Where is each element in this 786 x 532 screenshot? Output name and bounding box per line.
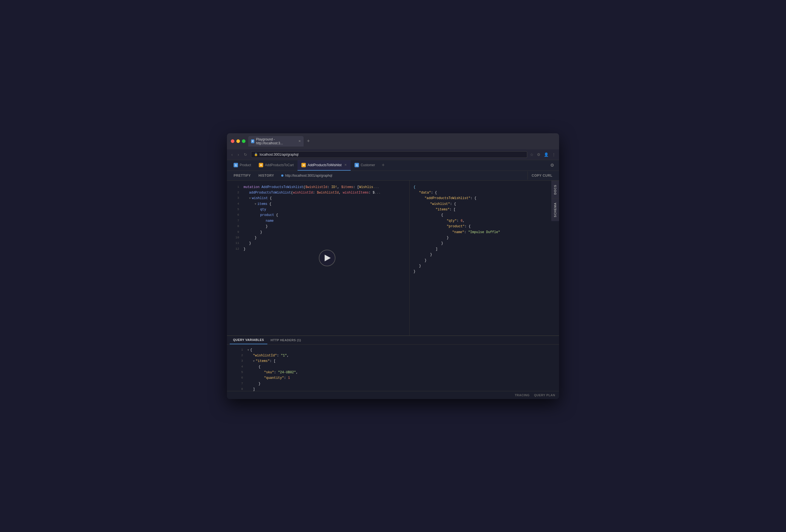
tab-http-headers[interactable]: HTTP HEADERS (1) — [267, 336, 304, 344]
line-num-10: 10 — [231, 235, 239, 240]
line-num-3: 3 — [231, 195, 239, 201]
prettify-button[interactable]: PRETTIFY — [230, 171, 255, 180]
line-num-4: 4 — [231, 201, 239, 207]
tab-product[interactable]: Q Product — [230, 160, 255, 171]
editor-line-6: 6 product { — [227, 212, 409, 218]
extensions-icon[interactable]: ⚙ — [537, 152, 540, 157]
line-num-11: 11 — [231, 241, 239, 246]
editor-line-6-content: product { — [244, 212, 406, 218]
url-dot — [281, 174, 283, 177]
result-line: { — [414, 185, 555, 190]
browser-tab-title: Playground - http://localhost:3... — [256, 138, 296, 145]
kw: wishlistId — [293, 191, 313, 195]
tab-wishlist-close[interactable]: ✕ — [344, 163, 347, 167]
history-button[interactable]: HISTORY — [255, 171, 278, 180]
tab-add-cart-icon: M — [259, 163, 263, 167]
browser-tab[interactable]: P Playground - http://localhost:3... ✕ — [248, 136, 304, 147]
result-pane: { "data": { "addProductsToWishlist": { "… — [410, 180, 559, 335]
editor-line-3-content: ▼wishlist { — [244, 195, 406, 201]
browser-tab-close[interactable]: ✕ — [298, 139, 301, 143]
result-line: "data": { — [414, 190, 555, 195]
address-input[interactable]: 🔒 localhost:3001/api/graphql — [251, 151, 527, 158]
tab-customer[interactable]: Q Customer — [351, 160, 379, 171]
kw: : [ — [353, 185, 359, 189]
bookmark-icon[interactable]: ☆ — [530, 152, 534, 157]
kw: , — [337, 185, 341, 189]
result-line: } — [414, 258, 555, 263]
kw: { — [270, 196, 272, 200]
editor-line-11-content: } — [244, 241, 406, 246]
editor-line-10: 10 } — [227, 235, 409, 241]
tab-wishlist-label: AddProductsToWishlist — [307, 163, 342, 167]
result-line: } — [414, 263, 555, 269]
result-line: "qty": 6, — [414, 218, 555, 224]
tab-add-products-to-cart[interactable]: M AddProductsToCart — [255, 160, 298, 171]
back-button[interactable]: ‹ — [230, 152, 234, 157]
var-line-8: 8 ] — [231, 387, 555, 391]
run-query-button[interactable] — [319, 250, 336, 266]
editor-line-5-content: qty — [244, 207, 406, 212]
collapse-arrow[interactable]: ▼ — [248, 349, 249, 352]
result-line: } — [414, 235, 555, 241]
address-bar: ‹ › ↻ 🔒 localhost:3001/api/graphql ☆ ⚙ 👤… — [227, 149, 559, 160]
kw: ... — [375, 191, 381, 195]
url-display: http://localhost:3001/api/graphql — [278, 172, 336, 179]
menu-icon[interactable]: ⋮ — [552, 152, 556, 157]
tab-add-cart-label: AddProductsToCart — [265, 163, 294, 167]
result-line: "product": { — [414, 224, 555, 229]
minimize-button[interactable] — [236, 139, 240, 143]
editor-line-1: 1 mutation AddProductsToWishlist($wishli… — [227, 185, 409, 190]
play-icon — [325, 255, 331, 261]
collapse-arrow[interactable]: ▼ — [249, 197, 251, 200]
line-num-2: 2 — [231, 190, 239, 195]
variables-editor[interactable]: 1 ▼{ 2 "wishlistId": "1", 3 ▼"items": [ — [227, 344, 559, 391]
add-tab-button[interactable]: + — [379, 160, 388, 170]
var-line-6-content: "quantity": 1 — [248, 375, 551, 381]
user-icon[interactable]: 👤 — [544, 152, 549, 157]
collapse-arrow[interactable]: ▼ — [255, 203, 256, 206]
collapse-arrow[interactable]: ▼ — [253, 360, 255, 363]
main-content: 1 mutation AddProductsToWishlist($wishli… — [227, 180, 559, 335]
result-line: } — [414, 269, 555, 274]
lock-icon: 🔒 — [254, 153, 258, 156]
kw: } — [249, 241, 251, 245]
tab-query-variables[interactable]: QUERY VARIABLES — [230, 336, 267, 344]
kw: $items — [341, 185, 353, 189]
settings-button[interactable]: ⚙ — [548, 160, 556, 170]
var-line-num-7: 7 — [235, 381, 243, 386]
new-browser-tab-button[interactable]: + — [305, 138, 311, 144]
var-line-num-4: 4 — [235, 364, 243, 369]
result-line: } — [414, 241, 555, 246]
refresh-button[interactable]: ↻ — [243, 152, 248, 157]
var-line-8-content: ] — [248, 387, 551, 391]
tab-add-products-to-wishlist[interactable]: M AddProductsToWishlist ✕ — [298, 160, 351, 171]
graphql-url: http://localhost:3001/api/graphql — [285, 174, 332, 177]
query-plan-button[interactable]: QUERY PLAN — [534, 393, 555, 397]
kw: AddProductsToWishlist — [261, 185, 303, 189]
forward-button[interactable]: › — [237, 152, 240, 157]
tab-customer-label: Customer — [361, 163, 375, 167]
code-editor[interactable]: 1 mutation AddProductsToWishlist($wishli… — [227, 180, 409, 335]
line-num-9: 9 — [231, 229, 239, 235]
result-line: "wishlist": { — [414, 201, 555, 207]
maximize-button[interactable] — [242, 139, 246, 143]
kw: : — [313, 191, 317, 195]
docs-button[interactable]: DOCS — [551, 180, 559, 198]
result-code: { "data": { "addProductsToWishlist": { "… — [410, 180, 559, 335]
result-line: } — [414, 252, 555, 258]
title-bar: P Playground - http://localhost:3... ✕ + — [227, 133, 559, 149]
var-line-2: 2 "wishlistId": "1", — [231, 353, 555, 358]
var-line-num-2: 2 — [235, 353, 243, 358]
result-line: "addProductsToWishlist": { — [414, 195, 555, 201]
kw: mutation — [244, 185, 261, 189]
browser-tab-icon: P — [251, 139, 254, 143]
var-line-1: 1 ▼{ — [231, 347, 555, 353]
address-actions: ☆ ⚙ 👤 ⋮ — [530, 152, 556, 157]
var-line-7-content: } — [248, 381, 551, 387]
copy-curl-button[interactable]: COPY CURL — [528, 171, 556, 180]
schema-button[interactable]: SCHEMA — [551, 198, 559, 221]
tracing-button[interactable]: TRACING — [515, 393, 530, 397]
editor-line-8-content: } — [244, 224, 406, 229]
close-button[interactable] — [231, 139, 234, 143]
var-line-6: 6 "quantity": 1 — [231, 375, 555, 381]
